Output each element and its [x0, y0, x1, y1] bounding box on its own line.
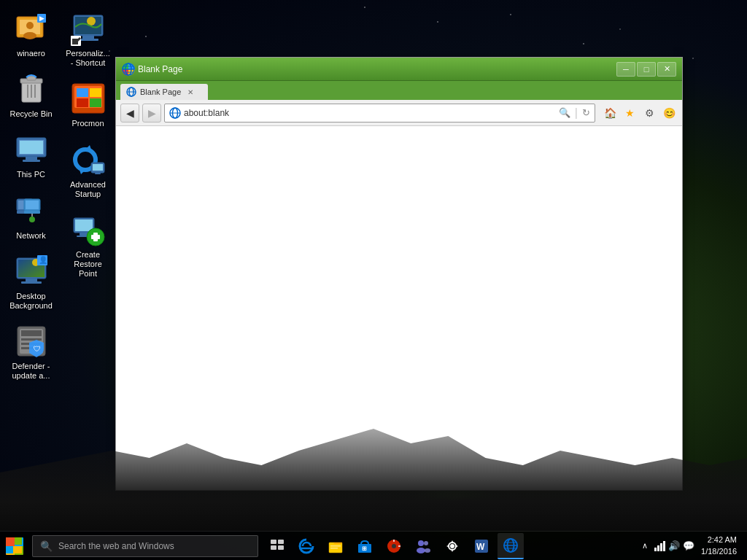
- desktop-icon-network[interactable]: Network: [4, 190, 58, 244]
- browser-titlebar: Blank Page ─ □ ✕: [116, 58, 682, 81]
- svg-rect-35: [21, 330, 42, 336]
- svg-text:👤: 👤: [39, 255, 48, 265]
- desktop-icon-procmon[interactable]: Procmon: [61, 77, 115, 132]
- svg-rect-29: [21, 281, 42, 284]
- tab-label: Blank Page: [140, 88, 181, 96]
- svg-text:W: W: [476, 542, 485, 552]
- desktop: ▶ winaero Recycle Bin: [0, 0, 747, 560]
- start-button[interactable]: [0, 532, 29, 561]
- svg-point-3: [23, 32, 36, 39]
- svg-text:⊞: ⊞: [362, 545, 367, 552]
- taskbar-people[interactable]: [410, 533, 436, 559]
- tray-chevron[interactable]: ∧: [638, 540, 651, 553]
- svg-point-96: [425, 548, 430, 553]
- svg-rect-81: [271, 545, 276, 550]
- desktop-background-icon: 👤: [14, 254, 49, 289]
- advanced-startup-label: Advanced Startup: [64, 180, 112, 199]
- svg-rect-106: [654, 548, 657, 551]
- address-bar[interactable]: 🔍 | ↻: [164, 104, 595, 122]
- taskbar-settings[interactable]: [439, 533, 465, 559]
- recycle-bin-label: Recycle Bin: [9, 109, 52, 119]
- taskbar-word[interactable]: W: [468, 533, 495, 559]
- this-pc-label: This PC: [17, 170, 45, 179]
- desktop-icon-advanced-startup[interactable]: Advanced Startup: [61, 139, 115, 203]
- search-bar[interactable]: 🔍 Search the web and Windows: [32, 535, 258, 557]
- svg-rect-86: [330, 548, 338, 549]
- winaero-label: winaero: [17, 49, 45, 58]
- smiley-button[interactable]: 😊: [660, 104, 678, 122]
- desktop-icon-desktop-background[interactable]: 👤 Desktop Background: [4, 250, 58, 314]
- favorites-button[interactable]: ★: [621, 104, 638, 122]
- desktop-icon-create-restore[interactable]: Create Restore Point: [61, 209, 115, 283]
- maximize-button[interactable]: □: [637, 62, 656, 77]
- close-button[interactable]: ✕: [657, 62, 676, 77]
- defender-icon: 🛡: [14, 324, 49, 359]
- tray-network[interactable]: [653, 540, 666, 553]
- svg-rect-56: [95, 173, 101, 174]
- address-input[interactable]: [184, 108, 556, 118]
- personalize-icon: [71, 11, 106, 46]
- advanced-startup-icon: [71, 142, 106, 177]
- search-icon: 🔍: [40, 540, 53, 552]
- svg-rect-79: [271, 540, 276, 544]
- address-refresh-icon[interactable]: ↻: [582, 107, 590, 118]
- tray-message[interactable]: 💬: [682, 540, 695, 553]
- browser-window: Blank Page ─ □ ✕ Blank Page ✕: [115, 57, 683, 491]
- taskbar-store[interactable]: ⊞: [352, 533, 378, 559]
- svg-rect-28: [26, 279, 37, 281]
- titlebar-controls: ─ □ ✕: [616, 62, 676, 77]
- taskbar-media[interactable]: [381, 533, 407, 559]
- svg-rect-15: [23, 160, 40, 162]
- address-search-icon[interactable]: 🔍: [559, 107, 570, 118]
- minimize-button[interactable]: ─: [616, 62, 635, 77]
- desktop-icon-personalize[interactable]: Personaliz... - Shortcut: [61, 7, 115, 71]
- titlebar-left: Blank Page: [122, 63, 182, 76]
- taskbar-edge[interactable]: [293, 533, 320, 559]
- svg-rect-58: [75, 219, 93, 231]
- svg-rect-43: [82, 36, 94, 39]
- svg-rect-55: [93, 164, 103, 171]
- svg-rect-16: [20, 141, 43, 154]
- taskbar-explorer[interactable]: [322, 533, 349, 559]
- browser-content: [116, 126, 682, 490]
- create-restore-icon: [71, 212, 106, 247]
- desktop-icon-this-pc[interactable]: This PC: [4, 128, 58, 183]
- browser-title: Blank Page: [138, 64, 182, 74]
- svg-rect-85: [330, 545, 341, 547]
- desktop-icons-col2: Personaliz... - Shortcut Procmon: [61, 7, 115, 283]
- taskbar-ie[interactable]: [498, 533, 524, 559]
- desktop-icon-defender[interactable]: 🛡 Defender - update a...: [4, 320, 58, 384]
- desktop-icon-winaero[interactable]: ▶ winaero: [4, 7, 58, 62]
- forward-button[interactable]: ▶: [142, 104, 161, 122]
- svg-rect-80: [278, 540, 284, 544]
- svg-rect-22: [24, 211, 40, 214]
- create-restore-label: Create Restore Point: [64, 250, 112, 279]
- svg-point-90: [392, 544, 396, 548]
- clock-date: 1/18/2016: [701, 546, 737, 557]
- browser-tab-blank[interactable]: Blank Page ✕: [120, 84, 208, 100]
- svg-point-23: [29, 217, 35, 222]
- svg-rect-78: [15, 546, 22, 553]
- svg-point-94: [417, 548, 425, 553]
- svg-rect-36: [21, 338, 42, 341]
- svg-rect-44: [78, 39, 98, 41]
- desktop-icon-recycle-bin[interactable]: Recycle Bin: [4, 68, 58, 122]
- taskbar-task-view[interactable]: [264, 533, 290, 559]
- windows-logo-icon: [6, 537, 23, 555]
- svg-rect-77: [6, 546, 13, 553]
- system-clock[interactable]: 2:42 AM 1/18/2016: [697, 534, 741, 557]
- settings-button[interactable]: ⚙: [640, 104, 658, 122]
- back-button[interactable]: ◀: [120, 104, 139, 122]
- svg-text:▶: ▶: [39, 15, 44, 22]
- ie-titlebar-icon: [122, 63, 135, 76]
- winaero-icon: ▶: [14, 11, 49, 46]
- browser-tabbar: Blank Page ✕: [116, 81, 682, 100]
- system-tray: ∧ 🔊 💬 2:42 AM 1/18/2016: [632, 534, 747, 557]
- tab-close-button[interactable]: ✕: [187, 88, 193, 96]
- svg-point-97: [450, 544, 454, 548]
- browser-toolbar-right: 🏠 ★ ⚙ 😊: [601, 104, 678, 122]
- home-button[interactable]: 🏠: [601, 104, 619, 122]
- desktop-background-label: Desktop Background: [7, 292, 55, 311]
- tray-volume[interactable]: 🔊: [667, 540, 681, 553]
- svg-rect-76: [15, 537, 22, 545]
